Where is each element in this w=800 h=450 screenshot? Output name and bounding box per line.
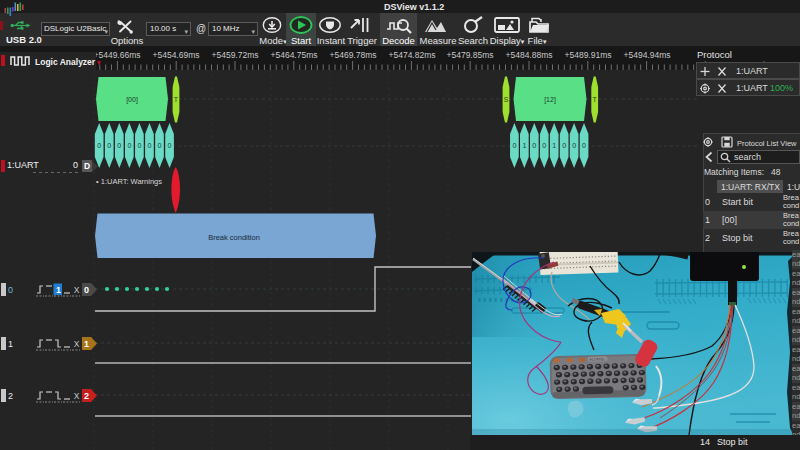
svg-text:[00]: [00]	[126, 96, 138, 104]
svg-text:0: 0	[158, 142, 162, 149]
svg-text:0: 0	[532, 142, 536, 149]
svg-text:0: 0	[84, 285, 89, 295]
svg-text:0: 0	[137, 142, 141, 149]
svg-text:1: 1	[522, 142, 526, 149]
svg-text:1: 1	[84, 339, 89, 349]
svg-text:1: 1	[552, 142, 556, 149]
svg-text:0: 0	[107, 142, 111, 149]
svg-text:T: T	[174, 96, 179, 103]
svg-text:ALCATEL: ALCATEL	[590, 357, 606, 361]
svg-text:[12]: [12]	[544, 96, 556, 104]
svg-text:0: 0	[168, 142, 172, 149]
svg-text:0: 0	[127, 142, 131, 149]
svg-text:0: 0	[97, 142, 101, 149]
svg-text:0: 0	[117, 142, 121, 149]
svg-text:0: 0	[562, 142, 566, 149]
svg-text:Break condition: Break condition	[208, 233, 260, 242]
svg-text:S: S	[504, 96, 509, 103]
svg-text:0: 0	[572, 142, 576, 149]
svg-text:T: T	[593, 96, 598, 103]
svg-text:0: 0	[8, 285, 13, 295]
svg-text:1: 1	[8, 339, 13, 349]
svg-text:2: 2	[84, 391, 89, 401]
svg-text:0: 0	[582, 142, 586, 149]
svg-text:X: X	[74, 391, 80, 401]
svg-text:X: X	[74, 339, 80, 349]
svg-text:0: 0	[512, 142, 516, 149]
svg-text:2: 2	[8, 391, 13, 401]
svg-text:X: X	[74, 285, 80, 295]
svg-text:0: 0	[147, 142, 151, 149]
svg-text:1: 1	[56, 285, 61, 295]
svg-text:0: 0	[542, 142, 546, 149]
